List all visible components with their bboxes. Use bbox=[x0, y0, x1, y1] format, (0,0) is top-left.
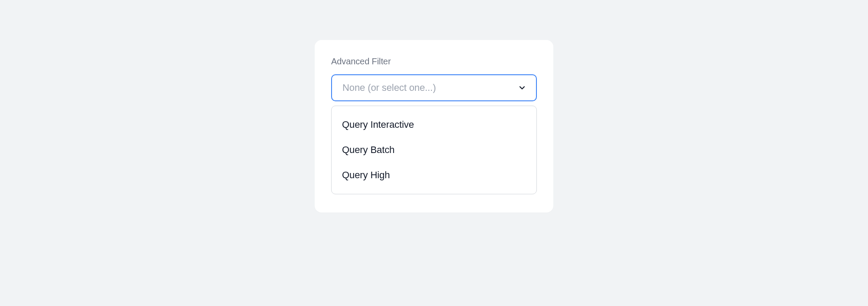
filter-dropdown: Query Interactive Query Batch Query High bbox=[331, 106, 537, 194]
filter-option-query-interactive[interactable]: Query Interactive bbox=[332, 112, 536, 137]
filter-label: Advanced Filter bbox=[331, 57, 537, 67]
filter-select-placeholder: None (or select one...) bbox=[342, 82, 436, 93]
filter-select[interactable]: None (or select one...) bbox=[331, 74, 537, 101]
filter-option-query-batch[interactable]: Query Batch bbox=[332, 137, 536, 163]
chevron-down-icon bbox=[518, 83, 526, 92]
filter-option-query-high[interactable]: Query High bbox=[332, 163, 536, 188]
advanced-filter-card: Advanced Filter None (or select one...) … bbox=[315, 40, 553, 213]
